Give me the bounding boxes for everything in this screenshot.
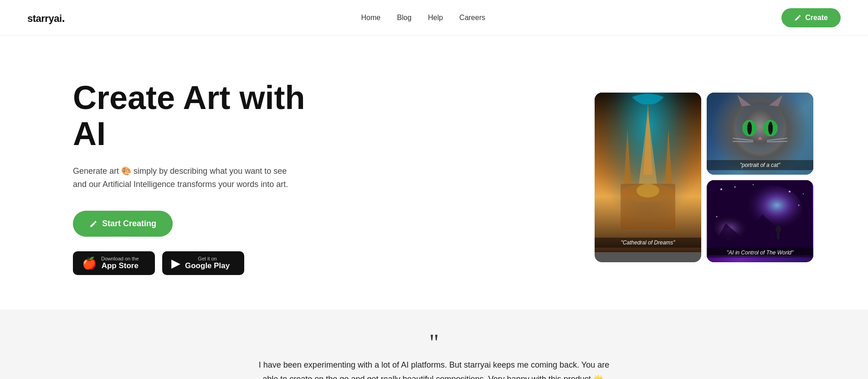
- image-card-cathedral: "Cathedral of Dreams": [595, 93, 701, 262]
- svg-point-31: [716, 216, 718, 218]
- svg-line-19: [733, 141, 753, 142]
- svg-point-27: [753, 184, 754, 185]
- svg-point-25: [720, 188, 722, 190]
- svg-point-7: [637, 184, 659, 197]
- nav-create-button[interactable]: Create: [781, 8, 841, 27]
- svg-point-26: [734, 187, 736, 188]
- store-buttons: 🍎 Download on the App Store ▶ Get it on …: [73, 251, 328, 275]
- nav-link-blog[interactable]: Blog: [397, 14, 411, 22]
- testimonial-text: I have been experimenting with a lot of …: [252, 358, 616, 379]
- pencil-icon-start: [89, 220, 98, 228]
- image-card-galaxy: "AI in Control of The World": [707, 180, 813, 262]
- image-card-cat: "portrait of a cat": [707, 93, 813, 175]
- pencil-icon: [794, 14, 801, 21]
- logo: starryai.: [27, 11, 65, 25]
- svg-point-34: [776, 226, 781, 233]
- galaxy-art: [707, 180, 813, 255]
- svg-line-21: [767, 141, 787, 142]
- cat-art: [707, 93, 813, 168]
- hero-section: Create Art with AI Generate art 🎨 simply…: [0, 36, 868, 310]
- nav-link-careers[interactable]: Careers: [459, 14, 485, 22]
- hero-image-grid: "Cathedral of Dreams": [595, 93, 813, 262]
- start-creating-button[interactable]: Start Creating: [73, 211, 173, 237]
- googleplay-button[interactable]: ▶ Get it on Google Play: [162, 251, 244, 275]
- hero-content: Create Art with AI Generate art 🎨 simply…: [73, 80, 328, 275]
- nav-link-help[interactable]: Help: [428, 14, 443, 22]
- hero-title: Create Art with AI: [73, 80, 328, 152]
- svg-point-28: [789, 191, 791, 192]
- svg-point-16: [768, 122, 773, 135]
- navigation: starryai. Home Blog Help Careers Create: [0, 0, 868, 36]
- appstore-button[interactable]: 🍎 Download on the App Store: [73, 251, 155, 275]
- nav-links: Home Blog Help Careers: [361, 14, 485, 22]
- nav-link-home[interactable]: Home: [361, 14, 380, 22]
- cathedral-art: [595, 93, 701, 252]
- apple-icon: 🍎: [82, 256, 97, 270]
- svg-rect-35: [777, 233, 780, 239]
- quote-mark: ": [91, 337, 777, 349]
- play-icon: ▶: [171, 256, 180, 270]
- hero-subtitle: Generate art 🎨 simply by describing what…: [73, 165, 301, 191]
- svg-point-29: [798, 205, 800, 206]
- svg-point-30: [803, 193, 804, 194]
- svg-point-15: [747, 122, 752, 135]
- testimonial-section: " I have been experimenting with a lot o…: [0, 310, 868, 379]
